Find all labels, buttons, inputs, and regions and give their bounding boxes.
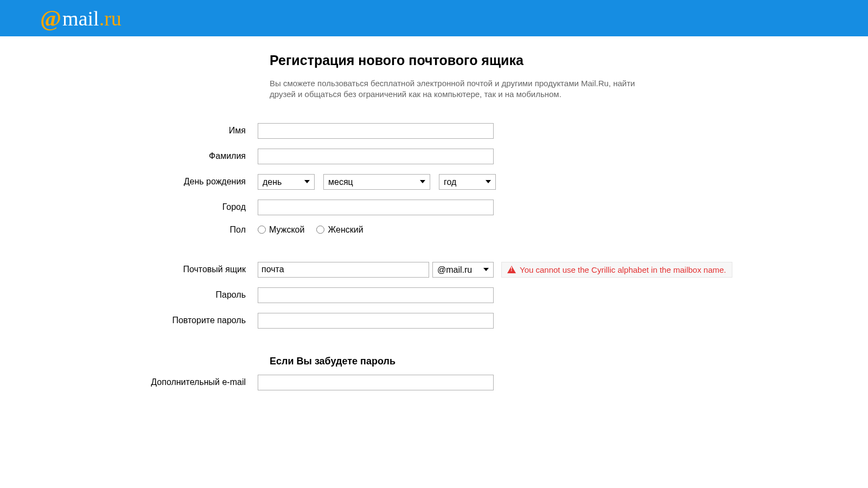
birthday-month-select[interactable]: месяц	[323, 174, 430, 190]
birthday-row: День рождения день месяц год	[0, 174, 868, 190]
logo-ru-text: .ru	[99, 7, 122, 30]
gender-female-label: Женский	[328, 225, 363, 235]
recovery-section-title: Если Вы забудете пароль	[270, 356, 868, 367]
page-header: @ mail .ru	[0, 0, 868, 36]
first-name-label: Имя	[0, 126, 258, 136]
mailru-logo[interactable]: @ mail .ru	[40, 5, 122, 31]
password-input[interactable]	[258, 287, 494, 303]
last-name-input[interactable]	[258, 149, 494, 164]
password-repeat-input[interactable]	[258, 313, 494, 329]
extra-email-row: Дополнительный e-mail	[0, 375, 868, 390]
password-label: Пароль	[0, 290, 258, 300]
first-name-input[interactable]	[258, 123, 494, 139]
gender-male-radio[interactable]	[258, 226, 266, 234]
last-name-label: Фамилия	[0, 151, 258, 161]
gender-female-radio[interactable]	[316, 226, 324, 234]
warning-icon	[507, 266, 516, 273]
gender-male-option[interactable]: Мужской	[258, 225, 304, 235]
birthday-label: День рождения	[0, 177, 258, 187]
city-row: Город	[0, 200, 868, 215]
city-label: Город	[0, 202, 258, 212]
gender-row: Пол Мужской Женский	[0, 225, 868, 235]
logo-at-symbol: @	[40, 5, 61, 31]
password-row: Пароль	[0, 287, 868, 303]
mailbox-row: Почтовый ящик @mail.ru You cannot use th…	[0, 262, 868, 278]
mailbox-error-message: You cannot use the Cyrillic alphabet in …	[501, 262, 732, 278]
error-text: You cannot use the Cyrillic alphabet in …	[520, 265, 726, 274]
main-content: Регистрация нового почтового ящика Вы см…	[0, 36, 868, 390]
gender-male-label: Мужской	[269, 225, 304, 235]
last-name-row: Фамилия	[0, 149, 868, 164]
city-input[interactable]	[258, 200, 494, 215]
mailbox-domain-select[interactable]: @mail.ru	[432, 262, 494, 278]
page-title: Регистрация нового почтового ящика	[270, 53, 868, 68]
extra-email-input[interactable]	[258, 375, 494, 390]
password-repeat-label: Повторите пароль	[0, 316, 258, 325]
extra-email-label: Дополнительный e-mail	[0, 377, 258, 387]
password-repeat-row: Повторите пароль	[0, 313, 868, 329]
gender-female-option[interactable]: Женский	[316, 225, 363, 235]
first-name-row: Имя	[0, 123, 868, 139]
logo-mail-text: mail	[62, 7, 99, 30]
gender-label: Пол	[0, 225, 258, 235]
birthday-day-select[interactable]: день	[258, 174, 315, 190]
mailbox-label: Почтовый ящик	[0, 265, 258, 274]
mailbox-input[interactable]	[258, 262, 429, 278]
birthday-year-select[interactable]: год	[439, 174, 496, 190]
page-subtitle: Вы сможете пользоваться бесплатной элект…	[270, 78, 649, 100]
